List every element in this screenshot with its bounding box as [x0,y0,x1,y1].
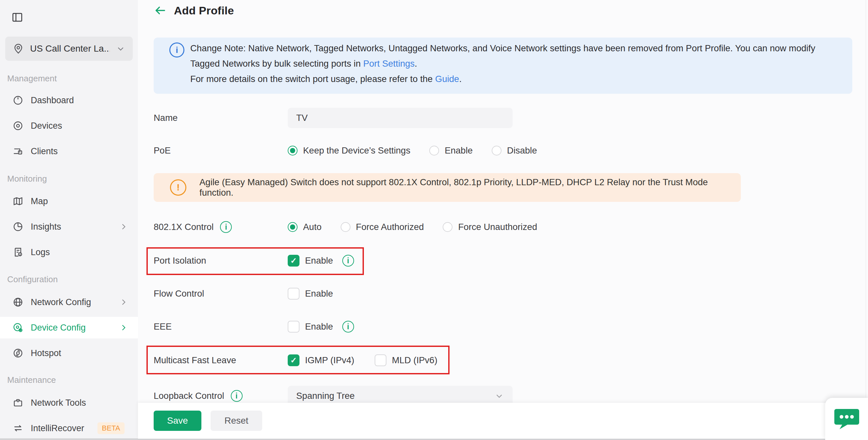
dot1x-row: 802.1X Control i Auto Force Authorized F… [154,216,556,237]
info-icon[interactable]: i [220,221,232,233]
beta-badge: BETA [97,422,125,434]
multicast-fast-leave-row: Multicast Fast Leave ✓ IGMP (IPv4) MLD (… [154,350,458,371]
poe-radio-enable[interactable]: Enable [429,145,473,156]
poe-row: PoE Keep the Device’s Settings Enable Di… [154,140,556,161]
chevron-right-icon [119,298,128,307]
insights-pie-icon [12,221,24,232]
info-icon: i [169,42,184,58]
eee-enable-checkbox[interactable]: Enable [288,321,333,333]
sidebar-item-network-config[interactable]: Network Config [0,292,138,313]
mld-ipv6-checkbox[interactable]: MLD (IPv6) [375,354,437,366]
sidebar: US Call Center La... Management Dashboar… [0,0,138,440]
port-isolation-enable-checkbox[interactable]: ✓ Enable [288,255,333,267]
location-pin-icon [12,43,24,55]
igmp-ipv4-checkbox[interactable]: ✓ IGMP (IPv4) [288,354,354,366]
main-content: Add Profile i Change Note: Native Networ… [138,0,868,440]
info-icon[interactable]: i [231,390,243,402]
sidebar-section-monitoring: Monitoring [7,174,47,184]
sidebar-section-maintenance: Maintenance [7,375,56,385]
info-icon[interactable]: i [342,255,354,267]
radio-selected-icon [288,146,298,156]
sidebar-item-label: Insights [31,222,61,232]
radio-icon [492,146,501,156]
hotspot-icon [12,347,24,359]
sidebar-item-devices[interactable]: Devices [0,115,138,136]
name-label: Name [154,113,288,123]
loopback-control-value: Spanning Tree [296,391,355,401]
sidebar-item-label: Logs [31,247,50,258]
sidebar-item-hotspot[interactable]: Hotspot [0,343,138,364]
guide-link[interactable]: Guide [435,74,459,84]
checkbox-icon [375,354,386,366]
app-window: US Call Center La... Management Dashboar… [0,0,868,440]
sidebar-item-logs[interactable]: Logs [0,242,138,263]
sidebar-item-intellirecover[interactable]: IntelliRecover BETA [0,418,138,439]
port-isolation-row: Port Isolation ✓ Enable i [154,250,354,271]
change-note-banner: i Change Note: Native Network, Tagged Ne… [154,38,852,94]
port-settings-link[interactable]: Port Settings [363,59,414,69]
sidebar-item-label: Dashboard [31,95,74,105]
sidebar-item-insights[interactable]: Insights [0,216,138,237]
flow-control-label: Flow Control [154,289,288,299]
save-button[interactable]: Save [154,411,202,431]
poe-radio-keep-settings[interactable]: Keep the Device’s Settings [288,145,410,156]
name-row: Name [154,107,513,128]
change-note-line3: For more details on the switch port usag… [190,71,815,87]
sidebar-collapse-button[interactable] [10,10,25,25]
dashboard-gauge-icon [12,95,24,106]
sidebar-item-label: Map [31,196,48,206]
chevron-down-icon [116,44,126,54]
change-note-line1: Change Note: Native Network, Tagged Netw… [190,40,815,56]
sidebar-item-device-config[interactable]: Device Config [0,317,138,338]
radio-selected-icon [288,222,298,232]
chat-bubble-icon [834,408,860,431]
map-icon [12,196,24,207]
chevron-right-icon [119,222,128,231]
dot1x-label: 802.1X Control [154,222,214,232]
sidebar-item-clients[interactable]: Clients [0,141,138,162]
port-isolation-label: Port Isolation [154,256,288,266]
clients-devices-icon [12,146,24,157]
sidebar-item-label: Hotspot [31,348,61,358]
sidebar-item-label: IntelliRecover [31,424,84,434]
eee-row: EEE Enable i [154,316,354,337]
globe-icon [12,297,24,308]
checkbox-checked-icon: ✓ [288,354,300,366]
flow-control-enable-checkbox[interactable]: Enable [288,288,333,300]
page-title: Add Profile [174,4,234,17]
radio-icon [341,222,350,232]
dot1x-radio-force-authorized[interactable]: Force Authorized [341,222,424,232]
site-selector-label: US Call Center La... [30,43,110,54]
back-arrow-icon[interactable] [154,4,167,17]
chat-widget[interactable] [825,398,868,440]
name-input[interactable] [288,108,513,128]
dot1x-radio-force-unauthorized[interactable]: Force Unauthorized [443,222,537,232]
checkbox-icon [288,321,300,333]
warning-icon: ! [170,179,186,196]
warning-text: Agile (Easy Managed) Switch does not sup… [199,177,741,198]
loopback-control-label: Loopback Control [154,391,224,401]
toolbox-icon [12,397,24,408]
site-selector[interactable]: US Call Center La... [5,37,133,61]
checkbox-icon [288,288,300,300]
sidebar-item-label: Clients [31,146,58,157]
info-icon[interactable]: i [342,321,354,333]
sidebar-item-dashboard[interactable]: Dashboard [0,90,138,111]
footer-action-bar: Save Reset [138,403,868,439]
change-note-line2: Tagged Networks by bulk selecting ports … [190,56,815,71]
flow-control-row: Flow Control Enable [154,283,353,304]
sidebar-item-map[interactable]: Map [0,191,138,212]
poe-label: PoE [154,145,288,156]
scrollbar-track [866,0,866,440]
sidebar-item-label: Network Config [31,297,91,307]
sidebar-item-label: Device Config [31,323,86,333]
sidebar-item-label: Devices [31,121,62,131]
page-header: Add Profile [154,4,234,17]
recover-arrows-icon [12,423,24,434]
devices-disc-icon [12,120,24,131]
sidebar-item-network-tools[interactable]: Network Tools [0,392,138,413]
reset-button[interactable]: Reset [211,411,262,431]
dot1x-radio-auto[interactable]: Auto [288,222,322,232]
agile-switch-warning-banner: ! Agile (Easy Managed) Switch does not s… [154,173,741,202]
poe-radio-disable[interactable]: Disable [492,145,537,156]
